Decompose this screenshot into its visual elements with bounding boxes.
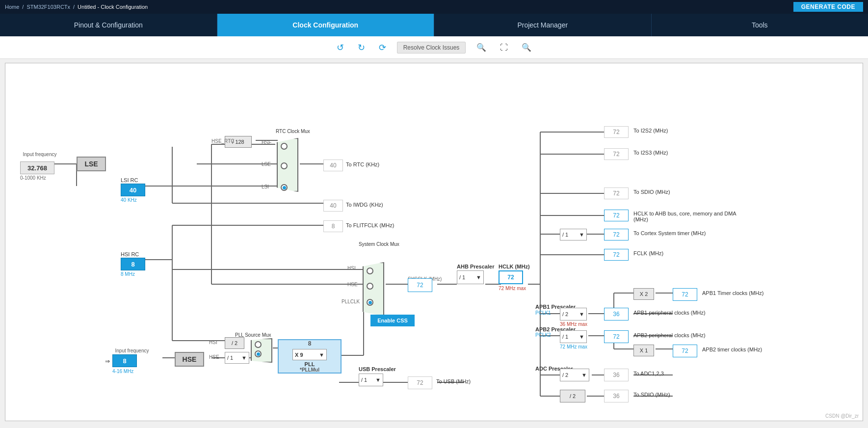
fit-button[interactable]: ⛶ [497, 42, 511, 53]
pclk2-label: PCLK2 [535, 332, 551, 338]
zoom-in-button[interactable]: 🔍 [473, 42, 489, 53]
i2s3-value: 72 [604, 148, 629, 160]
hse-freq-value[interactable]: 8 [112, 354, 137, 367]
hclk-label: HCLK (MHz) [499, 264, 530, 269]
adc-out-value: 36 [604, 369, 629, 381]
lsi-rc-value[interactable]: 40 [121, 184, 145, 196]
rtc-mux-radio-lsi[interactable] [281, 184, 288, 191]
sdio-label: To SDIO (MHz) [633, 189, 670, 195]
pll-src-radio-hsi[interactable] [255, 341, 262, 348]
hclk-max: 72 MHz max [499, 286, 526, 291]
apb1-timer-value: 72 [673, 288, 697, 301]
pll-src-mux-box [251, 338, 272, 363]
apb2-timer-value: 72 [673, 345, 697, 357]
hsi-div2-box[interactable]: / 2 [225, 337, 244, 349]
rtc-mux-label: RTC Clock Mux [276, 129, 310, 134]
hclk-ahb-value: 72 [604, 210, 629, 221]
apb1-timer-label: APB1 Timer clocks (MHz) [702, 290, 763, 296]
hse-rtc-label: HSE_RTC [211, 138, 235, 144]
sysclk-radio-hsi[interactable] [367, 268, 373, 274]
reset-button[interactable]: ⟳ [376, 41, 389, 54]
tab-project[interactable]: Project Manager [434, 14, 652, 36]
apb1-periph-value: 36 [604, 308, 629, 321]
lsi-rc-label: LSI RC [121, 177, 138, 183]
pll-src-radio-hse[interactable] [255, 350, 262, 357]
breadcrumb-mcu[interactable]: STM32F103RCTx [26, 4, 70, 10]
usb-div-select[interactable]: / 1 ▼ [359, 374, 383, 386]
lse-freq-value[interactable]: 32.768 [20, 161, 54, 174]
iwdg-out-label: To IWDG (KHz) [346, 202, 383, 208]
hse-osc-box[interactable]: HSE [175, 352, 204, 367]
hse-sys-label: HSE [347, 282, 358, 287]
usb-prescaler-label: USB Prescaler [359, 366, 396, 372]
sdio-bottom-div: / 2 [560, 390, 585, 402]
rtc-out-value: 40 [323, 160, 343, 171]
sysclk-radio-hse[interactable] [367, 283, 373, 290]
hse-pll-div-box[interactable]: / 1 ▼ [225, 352, 249, 364]
flit-out-value: 8 [323, 220, 343, 232]
pclk2-max: 72 MHz max [560, 344, 587, 349]
breadcrumb-home[interactable]: Home [5, 4, 19, 10]
apb2-timer-x1: X 1 [633, 345, 654, 356]
lsi-rc-freq: 40 KHz [121, 197, 137, 203]
apb1-periph-label: APB1 peripheral clocks (MHz) [633, 310, 706, 316]
resolve-clock-button[interactable]: Resolve Clock Issues [397, 42, 466, 54]
i2s2-label: To I2S2 (MHz) [633, 128, 668, 134]
fclk-label: FCLK (MHz) [633, 250, 663, 256]
pll-label: PLL [305, 361, 315, 367]
rtc-mux-box [277, 138, 298, 192]
redo-button[interactable]: ↻ [355, 41, 368, 54]
adc-div-select[interactable]: / 2 ▼ [560, 369, 589, 381]
lse-freq-range: 0-1000 KHz [20, 175, 46, 181]
apb2-div-select[interactable]: / 1 ▼ [560, 330, 587, 343]
ahb-prescaler-label: AHB Prescaler [457, 264, 494, 269]
tab-tools[interactable]: Tools [652, 14, 868, 36]
nav-tabs: Pinout & Configuration Clock Configurati… [0, 14, 868, 36]
usb-out-label: To USB (MHz) [436, 378, 471, 384]
pclk1-label: PCLK1 [535, 310, 551, 316]
apb2-periph-value: 72 [604, 330, 629, 343]
rtc-mux-radio-hse[interactable] [281, 143, 288, 150]
sysclk-mux-box [363, 262, 384, 316]
rtc-mux-radio-lse[interactable] [281, 162, 288, 169]
apb2-periph-label: APB2 peripheral clocks (MHz) [633, 332, 706, 338]
i2s3-label: To I2S3 (MHz) [633, 150, 668, 156]
pllmul-label: *PLLMul [300, 367, 319, 373]
lse-osc-box[interactable]: LSE [77, 157, 106, 171]
enable-css-button[interactable]: Enable CSS [370, 315, 415, 326]
ahb-div-select[interactable]: / 1 ▼ [457, 270, 484, 284]
hsi-pll-label: HSI [209, 340, 217, 345]
top-bar: Home / STM32F103RCTx / Untitled - Clock … [0, 0, 868, 14]
hsi-rc-freq: 8 MHz [121, 271, 135, 277]
cortex-sys-label: To Cortex System timer (MHz) [633, 230, 706, 236]
hse-pll-label: HSE [209, 354, 219, 360]
lse-rtc-mux-label: LSE [262, 161, 271, 167]
sysclk-radio-pll[interactable] [367, 299, 373, 306]
undo-button[interactable]: ↺ [334, 41, 347, 54]
hclk-value[interactable]: 72 [499, 270, 523, 284]
apb2-timer-label: APB2 timer clocks (MHz) [702, 347, 762, 352]
sdio-value: 72 [604, 187, 629, 199]
zoom-out-button[interactable]: 🔍 [519, 42, 534, 53]
fclk-value: 72 [604, 249, 629, 261]
hclk-ahb-label: HCLK to AHB bus, core, memory and DMA (M… [633, 211, 741, 222]
hsi-rc-label: HSI RC [121, 251, 139, 257]
iwdg-out-value: 40 [323, 200, 343, 212]
apb1-div-select[interactable]: / 2 ▼ [560, 308, 587, 321]
breadcrumb-current: Untitled - Clock Configuration [78, 4, 148, 10]
generate-code-button[interactable]: GENERATE CODE [793, 2, 863, 12]
cortex-sys-value: 72 [604, 229, 629, 241]
sysclk-value: 72 [408, 278, 432, 292]
flit-out-label: To FLITFCLK (MHz) [346, 222, 394, 228]
hsi-rc-value[interactable]: 8 [121, 258, 145, 270]
apb1-timer-x2: X 2 [633, 288, 654, 300]
pll-mul-select[interactable]: X 9 ▼ [292, 349, 327, 360]
hse-freq-range: 4-16 MHz [112, 369, 133, 374]
pll-in-value: 8 [308, 340, 312, 347]
pllclk-sys-label: PLLCLK [342, 299, 360, 304]
cortex-sys-div-select[interactable]: / 1 ▼ [560, 229, 587, 241]
tab-clock[interactable]: Clock Configuration [217, 14, 435, 36]
tab-pinout[interactable]: Pinout & Configuration [0, 14, 217, 36]
lse-freq-label: Input frequency [20, 152, 59, 157]
hsi-sys-label: HSI [347, 266, 356, 271]
